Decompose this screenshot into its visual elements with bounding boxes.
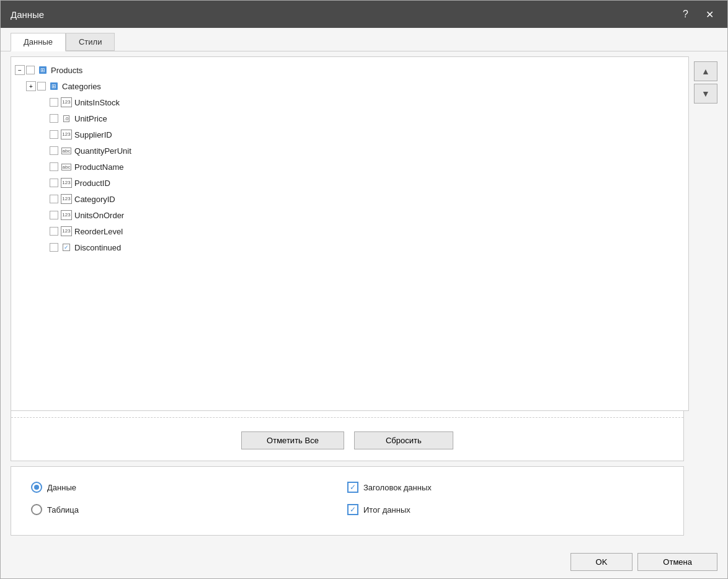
tree-item-unitsonorder[interactable]: 123 UnitsOnOrder xyxy=(14,207,686,223)
type-icon-categories: ⊞ xyxy=(48,81,60,91)
type-icon-unitsonorder: 123 xyxy=(61,210,72,220)
tree-item-reorderlevel[interactable]: 123 ReorderLevel xyxy=(14,223,686,239)
radio-table[interactable]: Таблица xyxy=(31,504,347,515)
checkbox-productname[interactable] xyxy=(50,162,58,171)
label-unitsinstock: UnitsInStock xyxy=(74,98,120,107)
label-productname: ProductName xyxy=(74,162,123,172)
radio-table-label: Таблица xyxy=(47,505,79,515)
dialog-title: Данные xyxy=(11,9,44,20)
expander-empty-9 xyxy=(38,226,48,236)
side-buttons: ▲ ▼ xyxy=(689,56,717,411)
options-right: ✓ Заголовок данных ✓ Итог данных xyxy=(347,477,664,520)
label-products: Products xyxy=(51,66,82,75)
label-supplierid: SupplierID xyxy=(74,130,112,139)
check-icon-header: ✓ xyxy=(347,482,358,493)
expander-empty-3 xyxy=(38,130,48,139)
tree-item-products[interactable]: − ⊞ Products xyxy=(14,62,686,78)
move-down-button[interactable]: ▼ xyxy=(694,84,717,104)
checkbox-supplierid[interactable] xyxy=(50,130,58,139)
close-button[interactable]: ✕ xyxy=(702,7,717,22)
type-icon-discontinued: ✓ xyxy=(61,242,72,252)
label-categories: Categories xyxy=(62,82,101,91)
label-quantityperunit: QuantityPerUnit xyxy=(74,146,131,156)
tree-item-quantityperunit[interactable]: abc QuantityPerUnit xyxy=(14,143,686,159)
tree-item-productid[interactable]: 123 ProductID xyxy=(14,175,686,191)
radio-data[interactable]: Данные xyxy=(31,482,347,493)
type-icon-quantityperunit: abc xyxy=(61,146,72,156)
expander-empty-1 xyxy=(38,97,48,107)
expander-empty-10 xyxy=(38,242,48,252)
help-button[interactable]: ? xyxy=(679,7,692,21)
label-discontinued: Discontinued xyxy=(74,243,121,252)
title-bar: Данные ? ✕ xyxy=(1,1,727,28)
type-icon-unitsinstock: 123 xyxy=(61,97,72,107)
label-unitsonorder: UnitsOnOrder xyxy=(74,211,124,220)
label-categoryid: CategoryID xyxy=(74,195,115,204)
tree-item-productname[interactable]: abc ProductName xyxy=(14,159,686,175)
checkbox-productid[interactable] xyxy=(50,179,58,187)
checkbox-categoryid[interactable] xyxy=(50,195,58,203)
tree-item-unitsinstock[interactable]: 123 UnitsInStock xyxy=(14,94,686,110)
checkbox-categories[interactable] xyxy=(37,82,46,91)
type-icon-unitprice: .0 xyxy=(61,113,72,123)
checkbox-discontinued[interactable] xyxy=(50,243,58,252)
checkbox-reorderlevel[interactable] xyxy=(50,227,58,236)
title-bar-actions: ? ✕ xyxy=(679,7,717,22)
check-footer-label: Итог данных xyxy=(363,505,411,515)
footer-buttons: OK Отмена xyxy=(1,546,727,578)
type-icon-categoryid: 123 xyxy=(61,194,72,204)
options-left: Данные Таблица xyxy=(31,477,347,520)
tree-item-categories[interactable]: + ⊞ Categories xyxy=(14,78,686,94)
expander-products[interactable]: − xyxy=(15,65,25,75)
move-up-button[interactable]: ▲ xyxy=(694,61,717,81)
main-panel: − ⊞ Products + ⊞ xyxy=(11,56,717,411)
expander-empty-5 xyxy=(38,162,48,172)
expander-empty-6 xyxy=(38,178,48,188)
checkbox-products[interactable] xyxy=(26,66,35,74)
check-icon-footer: ✓ xyxy=(347,504,358,515)
dialog: Данные ? ✕ Данные Стили − xyxy=(0,0,728,579)
radio-outer-table xyxy=(31,504,42,515)
label-productid: ProductID xyxy=(74,179,110,188)
type-icon-productid: 123 xyxy=(61,178,72,188)
checkbox-unitsinstock[interactable] xyxy=(50,98,58,107)
tree-panel[interactable]: − ⊞ Products + ⊞ xyxy=(11,56,689,411)
label-reorderlevel: ReorderLevel xyxy=(74,227,123,236)
select-all-button[interactable]: Отметить Все xyxy=(241,431,344,449)
expander-categories[interactable]: + xyxy=(26,81,36,91)
checkbox-quantityperunit[interactable] xyxy=(50,146,58,155)
tree-item-discontinued[interactable]: ✓ Discontinued xyxy=(14,239,686,255)
options-panel: Данные Таблица ✓ Заголовок данных xyxy=(11,466,684,536)
checkbox-unitsonorder[interactable] xyxy=(50,211,58,219)
check-header[interactable]: ✓ Заголовок данных xyxy=(347,482,664,493)
tab-content: − ⊞ Products + ⊞ xyxy=(1,51,727,546)
type-icon-reorderlevel: 123 xyxy=(61,226,72,236)
expander-empty-7 xyxy=(38,194,48,204)
check-header-label: Заголовок данных xyxy=(363,483,432,492)
radio-data-label: Данные xyxy=(47,483,76,492)
tree-item-supplierid[interactable]: 123 SupplierID xyxy=(14,126,686,143)
label-unitprice: UnitPrice xyxy=(74,114,107,123)
type-icon-supplierid: 123 xyxy=(61,130,72,139)
ok-button[interactable]: OK xyxy=(570,553,633,571)
cancel-button[interactable]: Отмена xyxy=(637,553,717,571)
type-icon-products: ⊞ xyxy=(37,65,48,75)
reset-button[interactable]: Сбросить xyxy=(354,431,453,449)
radio-inner-data xyxy=(34,485,39,490)
check-footer[interactable]: ✓ Итог данных xyxy=(347,504,664,515)
checkbox-unitprice[interactable] xyxy=(50,114,58,123)
tree-item-unitprice[interactable]: .0 UnitPrice xyxy=(14,110,686,126)
dialog-body: Данные Стили − ⊞ xyxy=(1,28,727,578)
type-icon-productname: abc xyxy=(61,162,72,172)
expander-empty-4 xyxy=(38,146,48,156)
tab-styles[interactable]: Стили xyxy=(66,33,115,51)
bottom-actions: Отметить Все Сбросить xyxy=(11,424,683,454)
options-container: Данные Таблица ✓ Заголовок данных xyxy=(21,472,673,525)
tree-item-categoryid[interactable]: 123 CategoryID xyxy=(14,191,686,207)
radio-outer-data xyxy=(31,482,42,493)
tabs-bar: Данные Стили xyxy=(1,28,727,51)
tab-data[interactable]: Данные xyxy=(11,33,66,51)
expander-empty-2 xyxy=(38,113,48,123)
expander-empty-8 xyxy=(38,210,48,220)
